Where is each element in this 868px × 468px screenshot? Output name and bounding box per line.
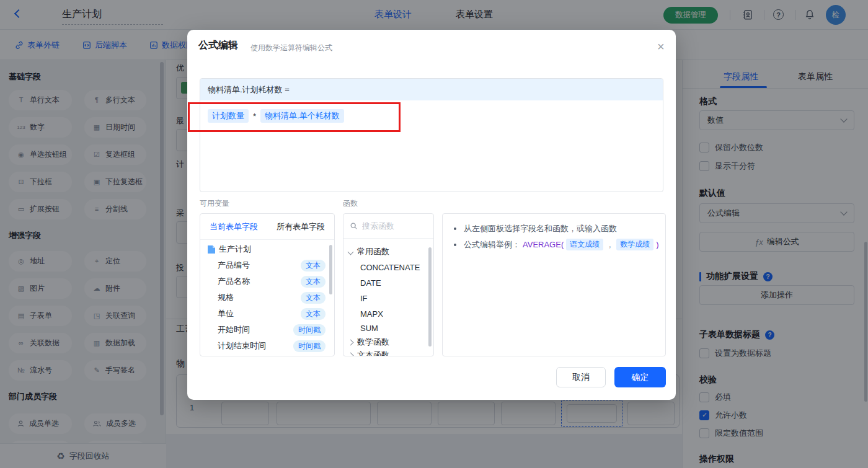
function-name-example: AVERAGE( (523, 240, 564, 249)
close-icon[interactable]: × (657, 40, 665, 53)
formula-editor-modal: 公式编辑 使用数学运算符编辑公式 × 物料清单.计划耗材数 = 计划数量 * 物… (187, 30, 676, 400)
field-token-example: 数学成绩 (616, 239, 653, 250)
tree-root-form[interactable]: 生产计划 (200, 241, 334, 257)
bullet-icon (454, 227, 456, 230)
field-type-badge: 文本 (301, 292, 326, 304)
field-type-badge: 文本 (301, 260, 326, 272)
functions-scrollbar[interactable] (428, 247, 432, 347)
field-type-badge: 时间戳 (293, 340, 326, 352)
modal-subtitle: 使用数学运算符编辑公式 (250, 43, 332, 53)
variable-field-row[interactable]: 规格文本 (200, 289, 334, 306)
chevron-right-icon (348, 339, 354, 345)
field-token-example: 语文成绩 (566, 239, 603, 250)
formula-target: 物料清单.计划耗材数 = (200, 79, 663, 100)
form-doc-icon (208, 245, 215, 254)
field-type-badge: 文本 (301, 276, 326, 288)
help-line-1: 从左侧面板选择字段名和函数，或输入函数 (454, 223, 617, 234)
tab-current-form-fields[interactable]: 当前表单字段 (200, 214, 267, 239)
cancel-button[interactable]: 取消 (556, 367, 606, 387)
variables-panel: 当前表单字段 所有表单字段 生产计划 产品编号文本 产品名称文本 规格文本 单位… (200, 213, 335, 356)
field-type-badge: 时间戳 (293, 324, 326, 336)
bullet-icon (454, 244, 456, 246)
chevron-right-icon (348, 352, 354, 356)
variable-field-row[interactable]: 产品名称文本 (200, 273, 334, 289)
function-item[interactable]: DATE (343, 275, 433, 291)
variables-label: 可用变量 (200, 198, 229, 209)
function-group-text[interactable]: 文本函数 (343, 347, 433, 356)
variables-scrollbar[interactable] (329, 245, 332, 294)
variable-field-row[interactable]: 计划结束时间时间戳 (200, 338, 334, 354)
functions-panel: 常用函数 CONCATENATE DATE IF MAPX SUM 数学函数 文… (343, 213, 434, 356)
formula-help-panel: 从左侧面板选择字段名和函数，或输入函数 公式编辑举例： AVERAGE( 语文成… (442, 213, 666, 356)
formula-editor[interactable]: 物料清单.计划耗材数 = 计划数量 * 物料清单.单个耗材数 (200, 78, 663, 192)
search-icon (350, 222, 358, 230)
function-item[interactable]: IF (343, 290, 433, 306)
form-designer-app: 生产计划 表单设计 表单设置 数据管理 ? 检 表单外链 后端脚本 数据权限 预… (0, 0, 868, 468)
function-search[interactable] (343, 214, 433, 239)
modal-title: 公式编辑 (198, 39, 238, 52)
variables-tabs: 当前表单字段 所有表单字段 (200, 214, 334, 240)
annotation-red-box (188, 102, 401, 132)
help-line-2: 公式编辑举例： AVERAGE( 语文成绩 ， 数学成绩 ) (454, 239, 659, 250)
function-search-input[interactable] (362, 221, 424, 231)
variable-field-row[interactable]: 开始时间时间戳 (200, 322, 334, 338)
field-type-badge: 文本 (301, 308, 326, 320)
variable-field-row[interactable]: 产品编号文本 (200, 257, 334, 273)
functions-label: 函数 (343, 198, 358, 209)
confirm-button[interactable]: 确定 (614, 367, 666, 387)
chevron-down-icon (348, 249, 354, 255)
function-item[interactable]: CONCATENATE (343, 259, 433, 275)
variable-field-row[interactable]: 单位文本 (200, 306, 334, 322)
tab-all-form-fields[interactable]: 所有表单字段 (267, 214, 334, 239)
function-group-common[interactable]: 常用函数 (343, 244, 433, 260)
